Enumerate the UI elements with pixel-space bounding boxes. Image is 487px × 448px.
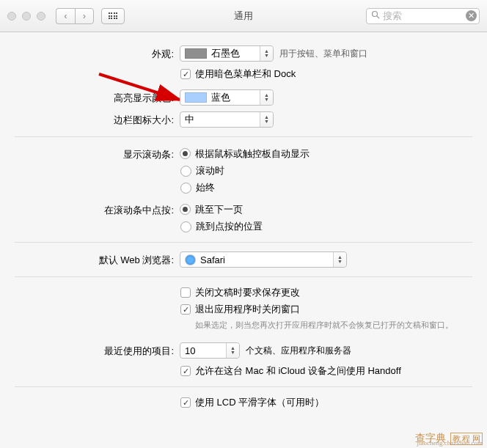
chevron-updown-icon: ▲▼ (333, 252, 346, 267)
divider (15, 136, 472, 137)
search-icon (371, 10, 380, 21)
nav-buttons: ‹ › (56, 8, 94, 24)
browser-label: 默认 Web 浏览器: (0, 251, 180, 268)
content-area: 外观: 石墨色 ▲▼ 用于按钮、菜单和窗口 ✓ 使用暗色菜单栏和 Dock 高亮… (0, 32, 487, 448)
minimize-window-icon[interactable] (22, 12, 31, 21)
scroll-click-label: 在滚动条中点按: (0, 202, 180, 217)
close-docs-label: 关闭文稿时要求保存更改 (195, 286, 300, 299)
appearance-label: 外观: (0, 45, 180, 62)
dark-mode-checkbox[interactable]: ✓ (180, 69, 191, 79)
lcd-checkbox[interactable]: ✓ (180, 397, 191, 408)
svg-point-0 (373, 12, 378, 17)
chevron-updown-icon: ▲▼ (260, 46, 273, 61)
scrollbar-always-label: 始终 (196, 181, 215, 194)
handoff-checkbox[interactable]: ✓ (180, 366, 191, 376)
close-window-icon[interactable] (7, 12, 16, 21)
chevron-updown-icon: ▲▼ (260, 112, 273, 127)
close-docs-checkbox[interactable] (180, 287, 191, 298)
sidebar-size-label: 边栏图标大小: (0, 111, 180, 128)
window-title: 通用 (234, 10, 253, 23)
recent-suffix: 个文稿、应用程序和服务器 (246, 345, 351, 357)
chevron-updown-icon: ▲▼ (260, 90, 273, 105)
scrollbar-auto-label: 根据鼠标或触控板自动显示 (195, 147, 310, 161)
quit-close-label: 退出应用程序时关闭窗口 (195, 303, 300, 316)
scroll-click-page-radio[interactable] (180, 204, 191, 215)
chevron-updown-icon: ▲▼ (226, 343, 239, 358)
watermark: 查字典 教 程 网 jiaocheng.chazidian.com (415, 432, 483, 445)
browser-select[interactable]: Safari ▲▼ (180, 251, 347, 268)
scroll-click-spot-radio[interactable] (180, 221, 191, 232)
search-input[interactable]: 搜索 ✕ (366, 8, 480, 24)
recent-select[interactable]: 10 ▲▼ (180, 342, 240, 359)
appearance-select[interactable]: 石墨色 ▲▼ (180, 45, 274, 62)
search-placeholder: 搜索 (383, 10, 402, 23)
watermark-sub: jiaocheng.chazidian.com (417, 439, 483, 447)
scrollbar-auto-radio[interactable] (180, 148, 191, 159)
handoff-label: 允许在这台 Mac 和 iCloud 设备之间使用 Handoff (195, 364, 401, 378)
scrollbar-always-radio[interactable] (180, 183, 191, 194)
safari-icon (185, 254, 196, 265)
divider (15, 386, 472, 387)
grid-icon (109, 12, 118, 19)
forward-button[interactable]: › (75, 8, 94, 24)
titlebar: ‹ › 通用 搜索 ✕ (0, 0, 487, 32)
svg-line-1 (377, 16, 379, 18)
scroll-click-spot-label: 跳到点按的位置 (196, 220, 263, 233)
highlight-swatch (185, 92, 207, 103)
clear-search-icon[interactable]: ✕ (466, 10, 477, 21)
lcd-label: 使用 LCD 平滑字体（可用时） (195, 396, 324, 409)
window-controls (7, 12, 45, 21)
show-all-button[interactable] (101, 8, 125, 24)
quit-close-helper: 如果选定，则当您再次打开应用程序时就不会恢复已打开的文稿和窗口。 (195, 320, 465, 331)
sidebar-size-select[interactable]: 中 ▲▼ (180, 111, 274, 128)
back-button[interactable]: ‹ (56, 8, 75, 24)
dark-mode-label: 使用暗色菜单栏和 Dock (195, 67, 296, 81)
highlight-label: 高亮显示颜色: (0, 89, 180, 106)
browser-value: Safari (200, 254, 225, 265)
recent-label: 最近使用的项目: (0, 342, 180, 359)
highlight-value: 蓝色 (211, 91, 230, 104)
appearance-swatch (185, 48, 207, 59)
highlight-select[interactable]: 蓝色 ▲▼ (180, 89, 274, 106)
zoom-window-icon[interactable] (37, 12, 45, 21)
recent-value: 10 (185, 345, 195, 356)
appearance-hint: 用于按钮、菜单和窗口 (279, 48, 367, 60)
sidebar-size-value: 中 (185, 113, 194, 126)
scrollbars-label: 显示滚动条: (0, 146, 180, 161)
appearance-value: 石墨色 (211, 47, 240, 60)
divider (15, 276, 472, 277)
scroll-click-page-label: 跳至下一页 (195, 203, 243, 216)
quit-close-checkbox[interactable]: ✓ (180, 304, 191, 315)
divider (15, 242, 472, 243)
scrollbar-scrolling-label: 滚动时 (196, 164, 224, 177)
scrollbar-scrolling-radio[interactable] (180, 166, 191, 177)
